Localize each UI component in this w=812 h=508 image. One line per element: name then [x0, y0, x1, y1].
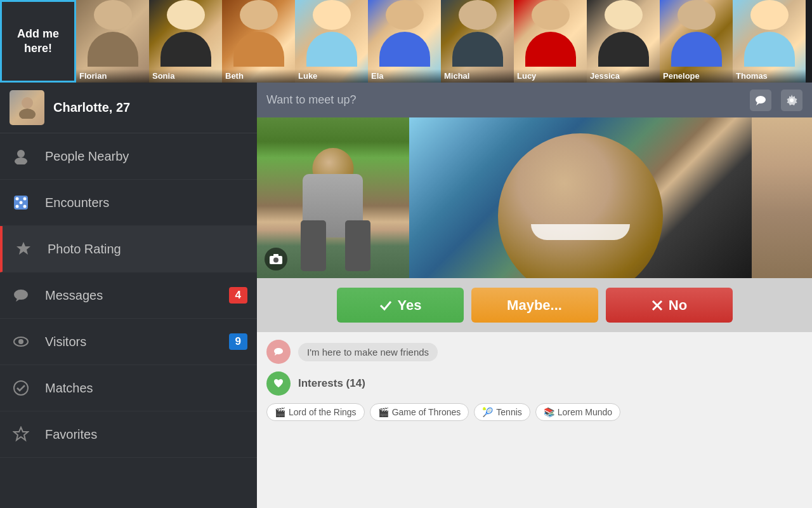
- interests-label: Interests (14): [298, 377, 365, 390]
- svg-point-0: [22, 97, 33, 109]
- svg-point-6: [23, 197, 27, 201]
- sidebar-item-encounters[interactable]: Encounters: [0, 180, 257, 226]
- content-header: Want to meet up?: [257, 83, 812, 117]
- chat-icon[interactable]: [750, 90, 771, 111]
- header-icons: [750, 90, 802, 111]
- visitors-badge: 9: [229, 333, 247, 350]
- sidebar-item-label-messages: Messages: [45, 288, 229, 303]
- sidebar-item-label-matches: Matches: [45, 381, 247, 396]
- svg-marker-18: [756, 102, 761, 105]
- no-button[interactable]: No: [606, 288, 733, 323]
- sidebar-item-label-photo-rating: Photo Rating: [48, 242, 247, 257]
- svg-marker-12: [16, 298, 21, 302]
- profile-tag-row: I'm here to make new friends: [266, 340, 802, 364]
- action-buttons: Yes Maybe... No: [257, 278, 812, 332]
- sidebar-item-people-nearby[interactable]: People Nearby: [0, 133, 257, 180]
- maybe-label: Maybe...: [507, 297, 562, 314]
- maybe-button[interactable]: Maybe...: [471, 288, 598, 323]
- sidebar-item-label-encounters: Encounters: [45, 196, 247, 210]
- svg-point-1: [19, 109, 36, 119]
- topbar-person-florian[interactable]: Florian: [76, 0, 149, 83]
- person-icon: [10, 145, 32, 168]
- topbar-person-luke[interactable]: Luke: [295, 0, 368, 83]
- topbar-person-name-thomas: Thomas: [733, 69, 806, 83]
- svg-marker-26: [275, 353, 278, 356]
- interest-tag-3: 🎾 Tennis: [474, 403, 530, 421]
- topbar-person-name-sonia: Sonia: [149, 69, 222, 83]
- topbar-person-thomas[interactable]: Thomas: [733, 0, 806, 83]
- topbar-person-name-beth: Beth: [222, 69, 295, 83]
- messages-badge: 4: [229, 287, 247, 304]
- content-header-title: Want to meet up?: [266, 93, 750, 107]
- topbar-person-jessica[interactable]: Jessica: [587, 0, 660, 83]
- eye-icon: [10, 330, 32, 353]
- heart-icon: [266, 371, 291, 396]
- sidebar-item-matches[interactable]: Matches: [0, 365, 257, 411]
- svg-point-21: [273, 258, 278, 263]
- profile-info: I'm here to make new friends Interests (…: [257, 332, 812, 508]
- topbar-person-sonia[interactable]: Sonia: [149, 0, 222, 83]
- add-me-label: Add me here!: [2, 27, 74, 57]
- photo-middle[interactable]: [409, 117, 752, 278]
- message-icon: [10, 284, 32, 307]
- svg-point-9: [23, 205, 27, 208]
- topbar-person-michal[interactable]: Michal: [441, 0, 514, 83]
- topbar-person-penelope[interactable]: Penelope: [660, 0, 733, 83]
- settings-icon[interactable]: [781, 90, 802, 111]
- svg-point-8: [20, 201, 23, 204]
- topbar-person-name-michal: Michal: [441, 69, 514, 83]
- svg-point-5: [16, 197, 19, 201]
- content-area: Want to meet up?: [257, 83, 812, 508]
- check-circle-icon: [10, 377, 32, 399]
- chat-bubble-icon: [266, 340, 291, 364]
- topbar-person-beth[interactable]: Beth: [222, 0, 295, 83]
- svg-marker-16: [14, 427, 28, 440]
- interest-tag-1: 🎬 Lord of the Rings: [266, 403, 365, 421]
- add-me-button[interactable]: Add me here!: [0, 0, 76, 83]
- svg-point-17: [756, 96, 766, 104]
- topbar-person-name-ela: Ela: [368, 69, 441, 83]
- sidebar: Charlotte, 27 People Nearby: [0, 83, 257, 508]
- sidebar-profile: Charlotte, 27: [0, 83, 257, 133]
- topbar-person-name-lucy: Lucy: [514, 69, 587, 83]
- sidebar-item-favorites[interactable]: Favorites: [0, 411, 257, 458]
- svg-rect-22: [273, 254, 278, 257]
- topbar-person-name-florian: Florian: [76, 69, 149, 83]
- svg-point-11: [14, 290, 28, 300]
- profile-tag: I'm here to make new friends: [298, 343, 438, 361]
- sidebar-item-label-visitors: Visitors: [45, 335, 229, 349]
- topbar-person-name-jessica: Jessica: [587, 69, 660, 83]
- no-label: No: [669, 297, 687, 314]
- interest-tag-4: 📚 Lorem Mundo: [535, 403, 620, 421]
- avatar[interactable]: [10, 90, 44, 125]
- photo-right: [752, 117, 812, 278]
- sidebar-item-label-favorites: Favorites: [45, 427, 247, 442]
- photo-grid: [257, 117, 812, 278]
- topbar-person-name-penelope: Penelope: [660, 69, 733, 83]
- photo-left[interactable]: [257, 117, 409, 278]
- sidebar-item-messages[interactable]: Messages 4: [0, 272, 257, 319]
- interests-row: Interests (14): [266, 371, 802, 396]
- yes-label: Yes: [398, 297, 422, 314]
- main-layout: Charlotte, 27 People Nearby: [0, 83, 812, 508]
- topbar-person-name-luke: Luke: [295, 69, 368, 83]
- topbar-person-ela[interactable]: Ela: [368, 0, 441, 83]
- svg-point-15: [14, 381, 28, 395]
- interest-tags: 🎬 Lord of the Rings 🎬 Game of Thrones 🎾 …: [266, 403, 802, 421]
- svg-point-7: [16, 205, 19, 208]
- profile-name: Charlotte, 27: [53, 100, 130, 115]
- svg-point-2: [17, 150, 25, 157]
- dice-icon: [10, 191, 32, 214]
- sidebar-item-photo-rating[interactable]: Photo Rating: [0, 226, 257, 272]
- interest-tag-2: 🎬 Game of Thrones: [370, 403, 469, 421]
- sidebar-item-visitors[interactable]: Visitors 9: [0, 319, 257, 365]
- favorites-star-icon: [10, 423, 32, 446]
- topbar-person-lucy[interactable]: Lucy: [514, 0, 587, 83]
- top-bar: Add me here! Florian Sonia Beth Luke: [0, 0, 812, 83]
- sidebar-item-label-people-nearby: People Nearby: [45, 149, 247, 164]
- svg-marker-10: [16, 242, 30, 255]
- camera-icon[interactable]: [265, 248, 287, 271]
- svg-point-14: [18, 339, 23, 344]
- yes-button[interactable]: Yes: [337, 288, 464, 323]
- star-icon: [12, 237, 35, 260]
